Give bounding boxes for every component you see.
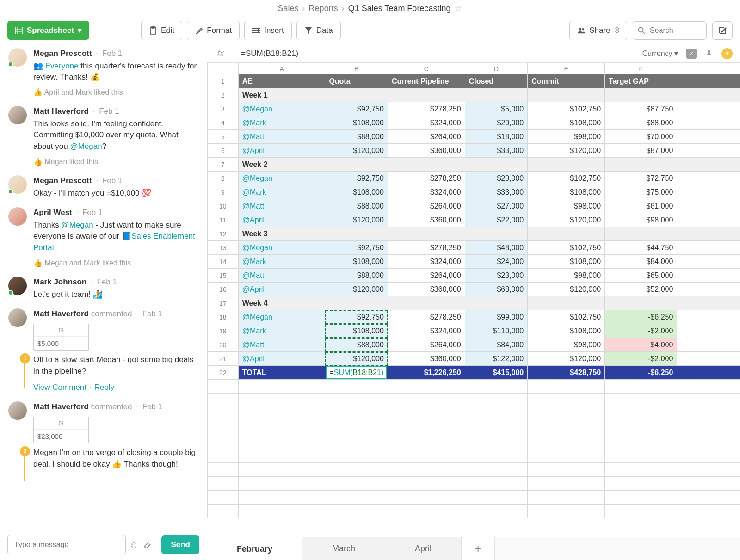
- quota-cell[interactable]: $88,000: [325, 269, 388, 283]
- closed-cell[interactable]: $5,000: [465, 102, 528, 116]
- quota-cell[interactable]: $92,750: [325, 241, 388, 255]
- breadcrumb-root[interactable]: Sales: [278, 4, 299, 13]
- quota-cell[interactable]: $108,000: [325, 255, 388, 269]
- add-comment-icon[interactable]: +: [722, 48, 733, 59]
- row-number[interactable]: 18: [208, 310, 239, 324]
- quota-cell[interactable]: $120,000: [325, 352, 388, 366]
- quota-cell[interactable]: $108,000: [325, 324, 388, 338]
- formula-input[interactable]: =SUM(B18:B21): [234, 49, 635, 58]
- ae-cell[interactable]: @Mark: [238, 324, 325, 338]
- commit-cell[interactable]: $108,000: [528, 324, 605, 338]
- gap-cell[interactable]: $44,750: [605, 241, 677, 255]
- format-button[interactable]: Format: [187, 21, 240, 40]
- row-number[interactable]: 22: [208, 366, 239, 380]
- total-commit[interactable]: $428,750: [528, 366, 605, 380]
- star-icon[interactable]: ☆: [454, 3, 462, 14]
- ae-cell[interactable]: @April: [238, 352, 325, 366]
- week-label-cell[interactable]: Week 1: [238, 88, 325, 102]
- row-number[interactable]: 8: [208, 172, 239, 185]
- ae-cell[interactable]: @April: [238, 213, 325, 227]
- quota-cell[interactable]: $120,000: [325, 144, 388, 158]
- row-number[interactable]: 9: [208, 185, 239, 199]
- gap-cell[interactable]: $98,000: [605, 213, 677, 227]
- checkbox-icon[interactable]: ✓: [686, 49, 697, 59]
- header-cell[interactable]: Commit: [528, 74, 605, 88]
- gap-cell[interactable]: $87,000: [605, 144, 677, 158]
- number-format-select[interactable]: Currency ▾: [642, 49, 678, 58]
- avatar[interactable]: [8, 48, 27, 67]
- row-number[interactable]: 12: [208, 227, 239, 241]
- quota-cell[interactable]: $88,000: [325, 338, 388, 352]
- gap-cell[interactable]: $70,000: [605, 130, 677, 144]
- header-cell[interactable]: Quota: [325, 74, 388, 88]
- ae-cell[interactable]: @Mark: [238, 255, 325, 269]
- pipeline-cell[interactable]: $360,000: [388, 352, 465, 366]
- ae-cell[interactable]: @Megan: [238, 310, 325, 324]
- ae-cell[interactable]: @Matt: [238, 130, 325, 144]
- ae-cell[interactable]: @Matt: [238, 269, 325, 283]
- pipeline-cell[interactable]: $360,000: [388, 144, 465, 158]
- ae-cell[interactable]: @Megan: [238, 172, 325, 185]
- pipeline-cell[interactable]: $278,250: [388, 310, 465, 324]
- ae-cell[interactable]: @Matt: [238, 338, 325, 352]
- row-number[interactable]: 21: [208, 352, 239, 366]
- week-label-cell[interactable]: Week 3: [238, 227, 325, 241]
- ae-cell[interactable]: @Mark: [238, 116, 325, 130]
- col-header[interactable]: D: [465, 63, 528, 74]
- commit-cell[interactable]: $108,000: [528, 255, 605, 269]
- sheet-tab[interactable]: March: [302, 537, 385, 560]
- avatar[interactable]: [8, 308, 27, 327]
- row-number[interactable]: 1: [208, 74, 239, 88]
- header-cell[interactable]: Target GAP: [605, 74, 677, 88]
- pipeline-cell[interactable]: $360,000: [388, 283, 465, 296]
- gap-cell[interactable]: $84,000: [605, 255, 677, 269]
- gap-cell[interactable]: $88,000: [605, 116, 677, 130]
- avatar[interactable]: [8, 106, 27, 124]
- insert-button[interactable]: Insert: [244, 21, 292, 40]
- gap-cell[interactable]: $4,000: [605, 338, 677, 352]
- commit-cell[interactable]: $120,000: [528, 352, 605, 366]
- attachment-icon[interactable]: [143, 541, 151, 549]
- closed-cell[interactable]: $18,000: [465, 130, 528, 144]
- closed-cell[interactable]: $23,000: [465, 269, 528, 283]
- commit-cell[interactable]: $108,000: [528, 185, 605, 199]
- pipeline-cell[interactable]: $324,000: [388, 255, 465, 269]
- author-name[interactable]: Megan Prescott: [33, 176, 92, 185]
- commit-cell[interactable]: $108,000: [528, 116, 605, 130]
- author-name[interactable]: Matt Haverford: [33, 309, 89, 318]
- gap-cell[interactable]: -$2,000: [605, 352, 677, 366]
- cell-reference[interactable]: G$23,000: [33, 417, 89, 444]
- total-closed[interactable]: $415,000: [465, 366, 528, 380]
- quota-cell[interactable]: $88,000: [325, 199, 388, 213]
- closed-cell[interactable]: $33,000: [465, 185, 528, 199]
- breadcrumb-reports[interactable]: Reports: [309, 4, 338, 13]
- total-pipeline[interactable]: $1,226,250: [388, 366, 465, 380]
- commit-cell[interactable]: $98,000: [528, 130, 605, 144]
- row-number[interactable]: 13: [208, 241, 239, 255]
- closed-cell[interactable]: $24,000: [465, 255, 528, 269]
- author-name[interactable]: Megan Prescott: [33, 49, 92, 58]
- row-number[interactable]: 7: [208, 158, 239, 172]
- closed-cell[interactable]: $99,000: [465, 310, 528, 324]
- col-header[interactable]: B: [325, 63, 388, 74]
- avatar[interactable]: [8, 401, 27, 420]
- quota-cell[interactable]: $108,000: [325, 116, 388, 130]
- pipeline-cell[interactable]: $324,000: [388, 185, 465, 199]
- gap-cell[interactable]: $52,000: [605, 283, 677, 296]
- spreadsheet-type-button[interactable]: Spreadsheet ▾: [7, 21, 89, 40]
- gap-cell[interactable]: $65,000: [605, 269, 677, 283]
- pipeline-cell[interactable]: $264,000: [388, 199, 465, 213]
- ae-cell[interactable]: @April: [238, 283, 325, 296]
- reply-link[interactable]: Reply: [94, 383, 114, 392]
- gap-cell[interactable]: $75,000: [605, 185, 677, 199]
- row-number[interactable]: 5: [208, 130, 239, 144]
- ae-cell[interactable]: @Mark: [238, 185, 325, 199]
- gap-cell[interactable]: $87,750: [605, 102, 677, 116]
- closed-cell[interactable]: $122,000: [465, 352, 528, 366]
- data-button[interactable]: Data: [296, 21, 341, 40]
- emoji-icon[interactable]: ☺: [129, 540, 138, 550]
- author-name[interactable]: April West: [33, 208, 72, 217]
- closed-cell[interactable]: $22,000: [465, 213, 528, 227]
- quota-cell[interactable]: $108,000: [325, 185, 388, 199]
- closed-cell[interactable]: $27,000: [465, 199, 528, 213]
